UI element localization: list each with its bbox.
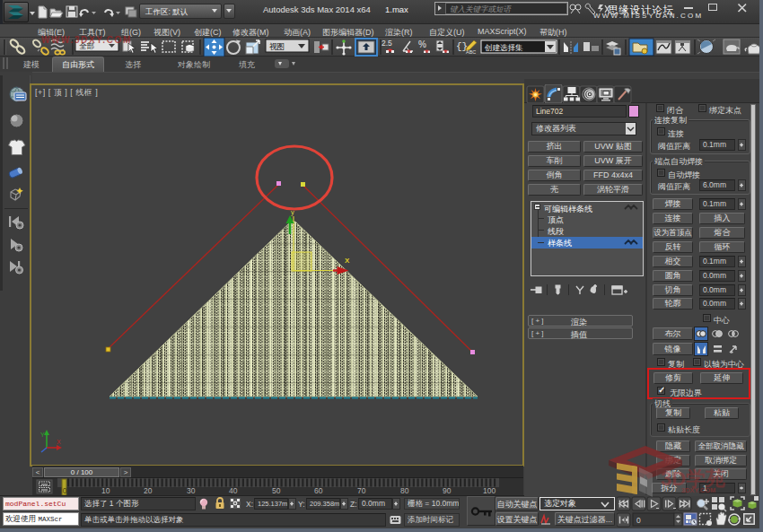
svg-text:ABC: ABC [466, 49, 476, 55]
svg-text:30: 30 [187, 486, 196, 495]
svg-text:10: 10 [101, 486, 110, 495]
svg-text:60: 60 [314, 486, 323, 495]
svg-text:2.5: 2.5 [382, 39, 392, 48]
svg-text:90: 90 [443, 486, 452, 495]
svg-text:70: 70 [357, 486, 366, 495]
svg-text:3DXY.COM: 3DXY.COM [681, 486, 715, 494]
svg-text:20: 20 [144, 486, 153, 495]
svg-text:40: 40 [229, 486, 238, 495]
svg-text:X: X [57, 439, 61, 445]
svg-text:创建选择集: 创建选择集 [484, 43, 523, 52]
svg-text:y: y [291, 208, 294, 216]
svg-text:X: X [345, 257, 350, 265]
svg-text:100: 100 [483, 486, 496, 495]
svg-text:%: % [418, 39, 426, 49]
svg-text:视图: 视图 [269, 42, 285, 51]
svg-text:Y: Y [40, 432, 45, 438]
svg-text:0: 0 [63, 486, 67, 495]
svg-text:80: 80 [400, 486, 409, 495]
svg-text:50: 50 [272, 486, 281, 495]
